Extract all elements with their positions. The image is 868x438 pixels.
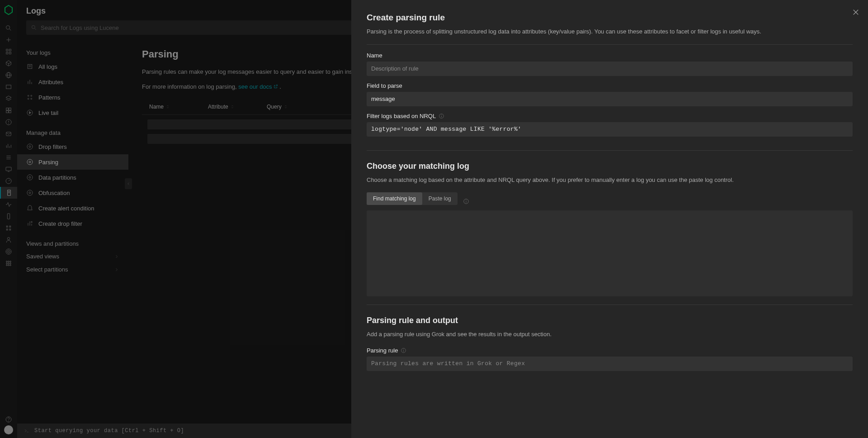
sidebar-item-live-tail[interactable]: Live tail xyxy=(17,105,128,120)
svg-rect-16 xyxy=(9,111,11,113)
brand-logo[interactable] xyxy=(3,5,14,15)
svg-rect-6 xyxy=(6,52,8,54)
svg-rect-20 xyxy=(6,132,11,136)
svg-point-46 xyxy=(6,263,8,264)
svg-point-48 xyxy=(10,263,11,264)
info-icon[interactable] xyxy=(463,198,469,205)
nav-search-icon[interactable] xyxy=(0,22,17,34)
nav-app-icon[interactable] xyxy=(0,222,17,234)
svg-point-47 xyxy=(8,263,9,264)
rule-desc: Add a parsing rule using Grok and see th… xyxy=(367,330,853,339)
nav-grid-icon[interactable] xyxy=(0,46,17,57)
user-avatar[interactable] xyxy=(4,425,13,434)
col-name[interactable]: Name xyxy=(149,104,208,110)
sidebar-section-manage: Manage data xyxy=(17,127,128,139)
nav-gauge-icon[interactable] xyxy=(0,175,17,187)
nav-logs-icon[interactable] xyxy=(0,187,17,199)
field-input[interactable] xyxy=(367,92,853,106)
nav-box-icon[interactable] xyxy=(0,81,17,93)
svg-point-92 xyxy=(466,200,466,200)
svg-point-51 xyxy=(10,265,11,266)
nav-dashboard-icon[interactable] xyxy=(0,105,17,116)
sidebar-item-parsing[interactable]: Parsing xyxy=(17,154,128,170)
nav-pulse-icon[interactable] xyxy=(0,199,17,210)
svg-point-70 xyxy=(27,159,33,165)
svg-point-71 xyxy=(29,161,31,163)
svg-line-55 xyxy=(35,29,36,30)
nav-list-icon[interactable] xyxy=(0,152,17,163)
choose-desc: Choose a matching log based on the attri… xyxy=(367,176,853,185)
sidebar-item-patterns[interactable]: Patterns xyxy=(17,90,128,105)
sort-icon xyxy=(230,105,235,109)
sidebar-item-create-alert[interactable]: Create alert condition xyxy=(17,200,128,216)
close-button[interactable] xyxy=(852,8,860,18)
nrql-input[interactable] xyxy=(367,122,853,137)
sidebar-section-views: Views and partitions xyxy=(17,238,128,250)
svg-point-0 xyxy=(6,26,10,29)
sidebar-item-drop-filters[interactable]: Drop filters xyxy=(17,139,128,154)
sort-icon xyxy=(165,105,170,109)
svg-point-44 xyxy=(8,261,9,262)
svg-point-49 xyxy=(6,265,8,266)
svg-point-54 xyxy=(32,25,35,29)
svg-point-69 xyxy=(29,146,31,148)
svg-rect-36 xyxy=(9,226,11,227)
sidebar-item-all-logs[interactable]: All logs xyxy=(17,59,128,74)
parsing-rule-label: Parsing rule xyxy=(367,347,853,354)
sidebar-select-partitions[interactable]: Select partitions xyxy=(17,263,128,276)
svg-line-31 xyxy=(9,180,10,181)
external-link-icon xyxy=(274,84,278,89)
svg-rect-37 xyxy=(6,229,8,230)
svg-line-1 xyxy=(9,29,11,30)
find-matching-log-button[interactable]: Find matching log xyxy=(367,192,422,205)
panel-subtitle: Parsing is the process of splitting unst… xyxy=(367,27,853,36)
svg-rect-13 xyxy=(6,108,9,110)
nav-mobile-icon[interactable] xyxy=(0,210,17,222)
svg-point-53 xyxy=(9,421,9,421)
nav-add-icon[interactable] xyxy=(0,34,17,46)
svg-rect-7 xyxy=(9,52,11,54)
svg-point-62 xyxy=(28,95,29,96)
field-label: Field to parse xyxy=(367,82,853,89)
svg-point-74 xyxy=(27,190,33,195)
name-label: Name xyxy=(367,52,853,59)
sidebar-item-obfuscation[interactable]: Obfuscation xyxy=(17,185,128,200)
sidebar-item-attributes[interactable]: Attributes xyxy=(17,74,128,90)
info-icon[interactable] xyxy=(439,113,444,119)
nav-globe-icon[interactable] xyxy=(0,69,17,81)
nav-apps-icon[interactable] xyxy=(0,257,17,269)
parsing-rule-input[interactable] xyxy=(367,357,853,371)
sidebar-collapse-button[interactable] xyxy=(125,178,132,189)
paste-log-button[interactable]: Paste log xyxy=(422,192,458,205)
nav-help-icon[interactable] xyxy=(0,414,17,425)
svg-point-79 xyxy=(31,221,33,223)
sidebar-item-create-drop[interactable]: Create drop filter xyxy=(17,216,128,231)
nav-target-icon[interactable] xyxy=(0,246,17,257)
log-preview-area xyxy=(367,210,853,296)
chevron-right-icon xyxy=(114,254,119,259)
col-query[interactable]: Query xyxy=(267,104,288,110)
svg-line-80 xyxy=(275,85,277,86)
sidebar: Your logs All logs Attributes Patterns L… xyxy=(17,40,128,438)
search-icon xyxy=(31,24,37,31)
nrql-label: Filter logs based on NRQL xyxy=(367,113,853,119)
svg-rect-28 xyxy=(6,167,11,171)
svg-point-73 xyxy=(29,176,31,178)
sidebar-item-data-partitions[interactable]: Data partitions xyxy=(17,170,128,185)
nav-chart-icon[interactable] xyxy=(0,140,17,152)
nav-user-icon[interactable] xyxy=(0,234,17,246)
nav-inbox-icon[interactable] xyxy=(0,128,17,140)
sidebar-saved-views[interactable]: Saved views xyxy=(17,250,128,263)
info-icon[interactable] xyxy=(401,348,406,353)
name-input[interactable] xyxy=(367,62,853,76)
col-attribute[interactable]: Attribute xyxy=(208,104,267,110)
svg-rect-35 xyxy=(6,226,8,227)
nav-layers-icon[interactable] xyxy=(0,93,17,105)
nav-alert-icon[interactable] xyxy=(0,116,17,128)
choose-title: Choose your matching log xyxy=(367,162,853,171)
svg-point-39 xyxy=(7,238,9,240)
nav-cube-icon[interactable] xyxy=(0,57,17,69)
svg-rect-56 xyxy=(28,64,32,68)
nav-monitor-icon[interactable] xyxy=(0,163,17,175)
docs-link[interactable]: see our docs xyxy=(238,83,272,90)
